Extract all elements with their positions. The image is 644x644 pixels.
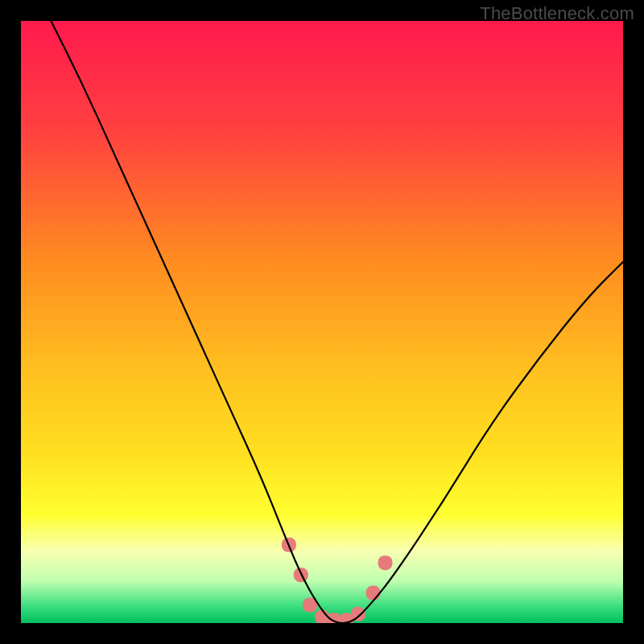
curve-marker	[378, 555, 393, 570]
chart-frame: TheBottleneck.com	[0, 0, 644, 644]
curve-marker	[366, 586, 381, 601]
bottleneck-curve	[21, 21, 623, 623]
watermark-text: TheBottleneck.com	[480, 3, 634, 24]
curve-marker	[351, 607, 365, 621]
plot-area	[21, 21, 623, 623]
